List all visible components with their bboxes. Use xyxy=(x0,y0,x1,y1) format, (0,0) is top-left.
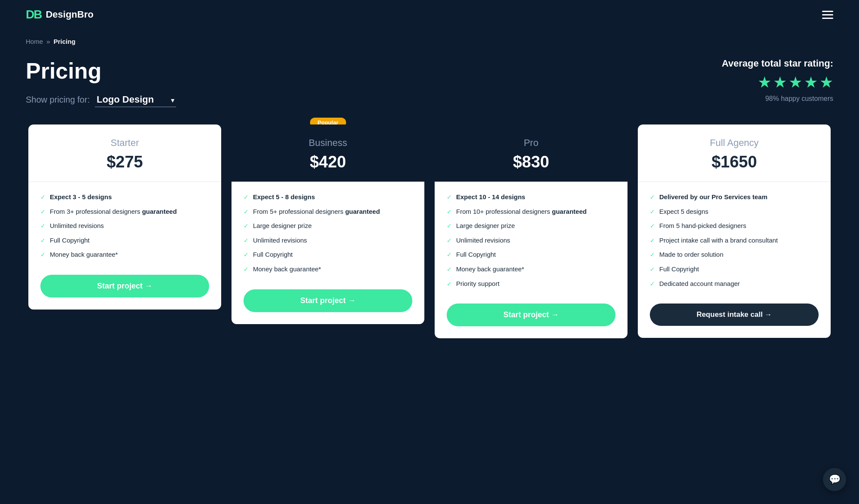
breadcrumb-current: Pricing xyxy=(54,38,76,45)
feature-item: ✓ Full Copyright xyxy=(244,250,412,259)
business-card-wrapper: Popular Business $420 ✓ Expect 5 - 8 des… xyxy=(232,124,424,338)
check-icon: ✓ xyxy=(244,208,249,216)
feature-item: ✓ Large designer prize xyxy=(447,221,615,231)
feature-item: ✓ From 5+ professional designers guarant… xyxy=(244,207,412,216)
logo[interactable]: DB DesignBro xyxy=(26,8,94,21)
feature-text: Expect 5 - 8 designs xyxy=(253,192,315,201)
check-icon: ✓ xyxy=(650,237,655,245)
feature-text: Full Copyright xyxy=(659,264,699,273)
feature-text: From 10+ professional designers guarante… xyxy=(456,207,587,216)
feature-text: Full Copyright xyxy=(253,250,293,259)
feature-text: Priority support xyxy=(456,279,500,288)
feature-item: ✓ From 3+ professional designers guarant… xyxy=(40,207,209,216)
feature-item: ✓ Unlimited revisions xyxy=(40,221,209,231)
feature-text: From 5+ professional designers guarantee… xyxy=(253,207,380,216)
page-header-left: Pricing Show pricing for: Logo Design Br… xyxy=(26,58,176,107)
starter-start-button[interactable]: Start project → xyxy=(40,275,209,298)
header: DB DesignBro xyxy=(0,0,859,29)
agency-card-header: Full Agency $1650 xyxy=(638,124,831,182)
feature-text: Large designer prize xyxy=(253,221,312,230)
feature-text: Money back guarantee* xyxy=(50,250,118,259)
pro-card-action: Start project → xyxy=(435,304,627,338)
hamburger-menu[interactable] xyxy=(822,11,833,19)
pro-plan-name: Pro xyxy=(447,137,615,149)
starter-plan-name: Starter xyxy=(40,137,209,149)
agency-plan-name: Full Agency xyxy=(650,137,819,149)
feature-text: Expect 3 - 5 designs xyxy=(50,192,112,201)
pro-card: Pro $830 ✓ Expect 10 - 14 designs ✓ From… xyxy=(435,124,627,338)
breadcrumb: Home » Pricing xyxy=(0,29,859,45)
check-icon: ✓ xyxy=(447,222,452,231)
pro-plan-price: $830 xyxy=(447,153,615,171)
agency-features: ✓ Delivered by our Pro Services team ✓ E… xyxy=(638,182,831,304)
logo-icon: DB xyxy=(26,8,41,21)
business-features: ✓ Expect 5 - 8 designs ✓ From 5+ profess… xyxy=(232,182,424,289)
agency-card: Full Agency $1650 ✓ Delivered by our Pro… xyxy=(638,124,831,338)
check-icon: ✓ xyxy=(244,237,249,245)
pro-features: ✓ Expect 10 - 14 designs ✓ From 10+ prof… xyxy=(435,182,627,304)
star-rating: ★ ★ ★ ★ ★ xyxy=(722,73,833,91)
feature-text: Unlimited revisions xyxy=(253,236,307,245)
feature-item: ✓ Priority support xyxy=(447,279,615,288)
feature-item: ✓ Dedicated account manager xyxy=(650,279,819,288)
agency-intake-button[interactable]: Request intake call → xyxy=(650,304,819,326)
feature-item: ✓ Expect 5 designs xyxy=(650,207,819,216)
pro-card-header: Pro $830 xyxy=(435,124,627,182)
feature-text: Delivered by our Pro Services team xyxy=(659,192,768,201)
chat-widget[interactable]: 💬 xyxy=(823,468,846,491)
pro-card-wrapper: Pro $830 ✓ Expect 10 - 14 designs ✓ From… xyxy=(435,124,627,338)
filter-select[interactable]: Logo Design Brand Identity Business Card… xyxy=(95,92,176,107)
feature-item: ✓ From 10+ professional designers guaran… xyxy=(447,207,615,216)
pricing-cards: Starter $275 ✓ Expect 3 - 5 designs ✓ Fr… xyxy=(26,124,833,338)
feature-text: Unlimited revisions xyxy=(456,236,510,245)
check-icon: ✓ xyxy=(244,222,249,231)
feature-item: ✓ Full Copyright xyxy=(650,264,819,274)
check-icon: ✓ xyxy=(244,193,249,202)
check-icon: ✓ xyxy=(650,208,655,216)
check-icon: ✓ xyxy=(447,265,452,274)
breadcrumb-separator: » xyxy=(46,38,50,45)
feature-text: Project intake call with a brand consult… xyxy=(659,236,778,245)
top-section: Pricing Show pricing for: Logo Design Br… xyxy=(26,58,833,107)
main-content: Pricing Show pricing for: Logo Design Br… xyxy=(0,45,859,364)
feature-item: ✓ Full Copyright xyxy=(40,236,209,245)
feature-text: Made to order solution xyxy=(659,250,723,259)
feature-text: From 3+ professional designers guarantee… xyxy=(50,207,177,216)
feature-item: ✓ Expect 5 - 8 designs xyxy=(244,192,412,202)
star-5: ★ xyxy=(819,73,833,91)
pro-start-button[interactable]: Start project → xyxy=(447,304,615,326)
feature-text: Unlimited revisions xyxy=(50,221,104,230)
check-icon: ✓ xyxy=(40,208,46,216)
starter-card-wrapper: Starter $275 ✓ Expect 3 - 5 designs ✓ Fr… xyxy=(28,124,221,338)
check-icon: ✓ xyxy=(40,251,46,259)
check-icon: ✓ xyxy=(650,280,655,288)
feature-item: ✓ Large designer prize xyxy=(244,221,412,231)
feature-text: Large designer prize xyxy=(456,221,515,230)
feature-item: ✓ Expect 3 - 5 designs xyxy=(40,192,209,202)
starter-card-action: Start project → xyxy=(28,275,221,310)
feature-item: ✓ Money back guarantee* xyxy=(244,264,412,274)
check-icon: ✓ xyxy=(447,280,452,288)
business-start-button[interactable]: Start project → xyxy=(244,289,412,312)
filter-select-wrapper[interactable]: Logo Design Brand Identity Business Card… xyxy=(95,92,176,107)
check-icon: ✓ xyxy=(447,208,452,216)
filter-label: Show pricing for: xyxy=(26,95,90,105)
happy-customers-text: 98% happy customers xyxy=(722,95,833,103)
star-3: ★ xyxy=(789,73,802,91)
star-2: ★ xyxy=(773,73,787,91)
starter-features: ✓ Expect 3 - 5 designs ✓ From 3+ profess… xyxy=(28,182,221,275)
breadcrumb-home[interactable]: Home xyxy=(26,38,43,45)
feature-item: ✓ Money back guarantee* xyxy=(40,250,209,259)
feature-text: Full Copyright xyxy=(456,250,496,259)
feature-text: Expect 5 designs xyxy=(659,207,708,216)
pricing-filter: Show pricing for: Logo Design Brand Iden… xyxy=(26,92,176,107)
star-4: ★ xyxy=(804,73,818,91)
feature-item: ✓ Unlimited revisions xyxy=(447,236,615,245)
check-icon: ✓ xyxy=(447,251,452,259)
check-icon: ✓ xyxy=(447,237,452,245)
feature-item: ✓ Full Copyright xyxy=(447,250,615,259)
check-icon: ✓ xyxy=(650,251,655,259)
check-icon: ✓ xyxy=(650,222,655,231)
feature-text: From 5 hand-picked designers xyxy=(659,221,746,230)
feature-item: ✓ Made to order solution xyxy=(650,250,819,259)
